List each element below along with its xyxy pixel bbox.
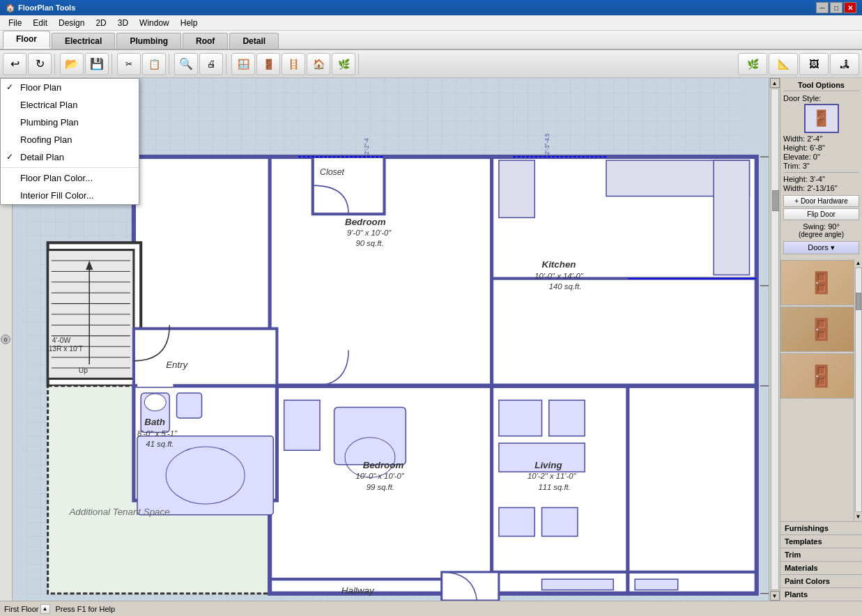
menu-help[interactable]: Help xyxy=(175,17,203,29)
app-icon: 🏠 xyxy=(6,3,15,13)
svg-text:4'-0W: 4'-0W xyxy=(52,337,71,344)
toolbar-undo[interactable]: ↩ xyxy=(3,53,26,75)
dropdown-detail-plan[interactable]: Detail Plan xyxy=(1,148,139,166)
toolbar-redo[interactable]: ↻ xyxy=(28,53,52,75)
menu-edit[interactable]: Edit xyxy=(27,17,53,29)
panel-templates[interactable]: Templates xyxy=(780,534,862,548)
svg-rect-28 xyxy=(177,393,202,418)
minimize-button[interactable]: ─ xyxy=(816,2,829,13)
svg-text:Bedroom: Bedroom xyxy=(345,217,386,227)
close-button[interactable]: ✕ xyxy=(844,2,856,13)
svg-text:2'-2"-4: 2'-2"-4 xyxy=(364,138,370,155)
help-text: Press F1 for Help xyxy=(56,605,116,613)
tab-electrical[interactable]: Electrical xyxy=(52,33,115,49)
menu-design[interactable]: Design xyxy=(53,17,90,29)
svg-text:Living: Living xyxy=(534,460,562,470)
toolbar-cut[interactable]: ✂ xyxy=(117,53,141,75)
svg-rect-31 xyxy=(284,400,320,450)
toolbar: ↩ ↻ 📂 💾 ✂ 📋 🔍 🖨 🪟 🚪 🪜 🏠 🌿 🌿 📐 🖼 🏞 xyxy=(0,50,862,78)
tab-roof[interactable]: Roof xyxy=(183,33,228,49)
toolbar-window[interactable]: 🪟 xyxy=(231,53,255,75)
toolbar-zoom[interactable]: 🔍 xyxy=(174,53,198,75)
toolbar-floorplan-view[interactable]: 🌿 xyxy=(738,53,767,75)
swing-sub-label: (degree angle) xyxy=(783,231,859,238)
toolbar-roof[interactable]: 🏠 xyxy=(307,53,330,75)
svg-rect-37 xyxy=(499,507,534,536)
svg-rect-34 xyxy=(499,400,542,436)
svg-text:8'-0" x 5'-1": 8'-0" x 5'-1" xyxy=(137,429,178,438)
vertical-scrollbar[interactable]: ▲ ▼ xyxy=(769,78,780,601)
svg-rect-16 xyxy=(313,157,385,214)
dropdown-interior-fill-color[interactable]: Interior Fill Color... xyxy=(1,187,139,204)
toolbar-3d-view[interactable]: 🖼 xyxy=(799,53,829,75)
svg-rect-38 xyxy=(542,507,578,536)
drawing-area[interactable]: 14'-2" 11'-0" 9'-2" 52'-6 1/8" Bedroom 9… xyxy=(0,78,780,601)
floor-label: First Floor xyxy=(4,605,39,613)
svg-rect-39 xyxy=(635,579,678,590)
menu-2d[interactable]: 2D xyxy=(90,17,111,29)
dropdown-electrical-plan[interactable]: Electrical Plan xyxy=(1,96,139,114)
scroll-up-arrow[interactable]: ▲ xyxy=(770,78,780,88)
tab-floor[interactable]: Floor xyxy=(3,31,50,49)
panel-paint-colors[interactable]: Paint Colors xyxy=(780,574,862,587)
panel-materials[interactable]: Materials xyxy=(780,561,862,574)
door-thumb-2[interactable]: 🚪 xyxy=(780,307,862,352)
tab-plumbing[interactable]: Plumbing xyxy=(116,33,181,49)
status-bar: First Floor ▲ Press F1 for Help xyxy=(0,601,862,616)
thumb-scroll-down[interactable]: ▼ xyxy=(854,512,862,521)
menu-window[interactable]: Window xyxy=(134,17,175,29)
thumbnail-scrollbar[interactable]: ▲ ▼ xyxy=(854,259,862,521)
toolbar-render-view[interactable]: 🏞 xyxy=(830,53,859,75)
restore-button[interactable]: □ xyxy=(830,2,842,13)
svg-text:Closet: Closet xyxy=(320,167,344,177)
door-hardware-button[interactable]: + Door Hardware xyxy=(783,195,859,207)
door-thumbnails: 🚪 🚪 🚪 ▲ ▼ xyxy=(780,259,862,521)
right-panel: Tool Options Door Style: 🚪 Width: 2'-4" … xyxy=(780,78,862,601)
toolbar-save[interactable]: 💾 xyxy=(85,53,109,75)
door-style-preview[interactable]: 🚪 xyxy=(804,104,839,133)
toolbar-door[interactable]: 🚪 xyxy=(256,53,280,75)
toolbar-plants[interactable]: 🌿 xyxy=(332,53,355,75)
thumb-scroll-up[interactable]: ▲ xyxy=(854,259,862,268)
tool-options-panel: Tool Options Door Style: 🚪 Width: 2'-4" … xyxy=(780,78,862,259)
svg-rect-35 xyxy=(549,400,585,436)
floor-up-btn[interactable]: ▲ xyxy=(40,604,50,614)
svg-text:Hallway: Hallway xyxy=(341,585,375,596)
toolbar-stairs[interactable]: 🪜 xyxy=(282,53,305,75)
flip-door-button[interactable]: Flip Door xyxy=(783,208,859,220)
door-style-label: Door Style: xyxy=(783,94,859,102)
app-title: FloorPlan Tools xyxy=(18,3,75,12)
scroll-thumb[interactable] xyxy=(772,190,779,211)
menu-file[interactable]: File xyxy=(3,17,27,29)
panel-furnishings[interactable]: Furnishings xyxy=(780,521,862,534)
panel-plants[interactable]: Plants xyxy=(780,587,862,601)
tool-options-title: Tool Options xyxy=(783,81,859,91)
toolbar-print[interactable]: 🖨 xyxy=(199,53,223,75)
options-separator xyxy=(783,172,859,173)
svg-text:Additional Tenant Space: Additional Tenant Space xyxy=(68,507,169,517)
door-thumb-1[interactable]: 🚪 xyxy=(780,260,862,305)
tabs-bar: Floor Electrical Plumbing Roof Detail xyxy=(0,31,862,50)
toolbar-sep1 xyxy=(54,54,57,75)
tab-detail[interactable]: Detail xyxy=(229,33,279,49)
toolbar-open[interactable]: 📂 xyxy=(60,53,84,75)
thumb-scroll-thumb[interactable] xyxy=(856,293,861,310)
toolbar-copy[interactable]: 📋 xyxy=(142,53,166,75)
svg-text:99 sq.ft.: 99 sq.ft. xyxy=(367,483,394,491)
toolbar-sep3 xyxy=(169,54,171,75)
door-height2: Height: 3'-4" xyxy=(783,175,859,183)
toolbar-2d-view[interactable]: 📐 xyxy=(769,53,798,75)
dropdown-floor-plan-color[interactable]: Floor Plan Color... xyxy=(1,169,139,187)
dropdown-floor-plan[interactable]: Floor Plan xyxy=(1,79,139,96)
dropdown-plumbing-plan[interactable]: Plumbing Plan xyxy=(1,114,139,131)
dropdown-roofing-plan[interactable]: Roofing Plan xyxy=(1,131,139,148)
svg-text:10'-0" x 10'-0": 10'-0" x 10'-0" xyxy=(355,472,404,480)
panel-trim[interactable]: Trim xyxy=(780,548,862,561)
door-thumb-3[interactable]: 🚪 xyxy=(780,353,862,399)
menu-3d[interactable]: 3D xyxy=(112,17,134,29)
title-bar: 🏠 FloorPlan Tools ─ □ ✕ xyxy=(0,0,862,15)
scroll-down-arrow[interactable]: ▼ xyxy=(770,591,780,601)
doors-dropdown-button[interactable]: Doors ▾ xyxy=(783,241,859,254)
zero-badge[interactable]: 0 xyxy=(1,334,10,344)
door-width: Width: 2'-4" xyxy=(783,134,859,143)
